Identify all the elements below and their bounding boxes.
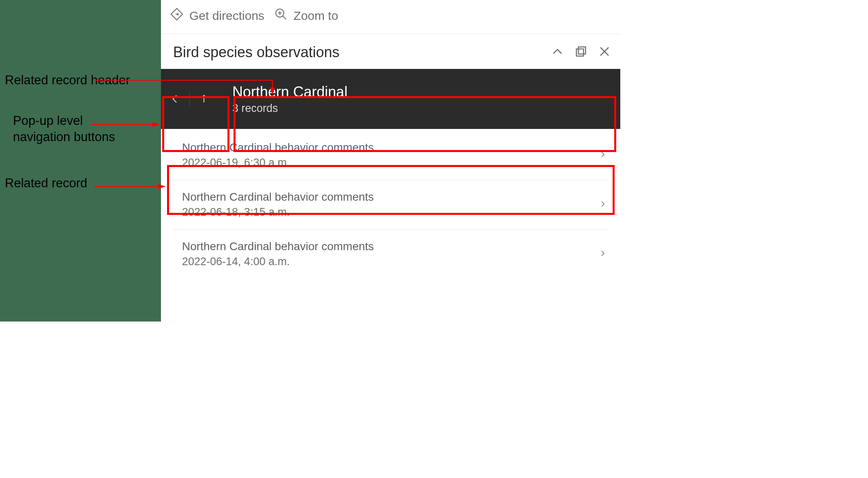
popup-window-controls xyxy=(551,45,611,59)
popup-title-bar: Bird species observations xyxy=(161,34,620,69)
nav-up-button[interactable] xyxy=(189,92,218,106)
map-background xyxy=(0,0,161,322)
related-record-title: Northern Cardinal xyxy=(232,84,347,101)
chevron-right-icon xyxy=(599,149,607,162)
popup-panel: Get directions Zoom to Bird species obse… xyxy=(161,0,620,279)
record-date: 2022-06-18, 3:15 a.m. xyxy=(182,206,374,219)
record-title: Northern Cardinal behavior comments xyxy=(182,191,374,204)
popup-actions: Get directions Zoom to xyxy=(161,0,620,34)
directions-icon xyxy=(170,7,184,24)
popup-level-nav xyxy=(161,69,218,129)
get-directions-label: Get directions xyxy=(189,9,264,23)
svg-rect-5 xyxy=(577,49,584,56)
related-record-item[interactable]: Northern Cardinal behavior comments 2022… xyxy=(161,129,620,180)
zoom-icon xyxy=(274,7,288,24)
dock-icon[interactable] xyxy=(575,45,587,59)
annotation-record: Related record xyxy=(5,175,135,191)
svg-line-1 xyxy=(283,16,286,19)
chevron-right-icon xyxy=(599,198,607,211)
record-date: 2022-06-19, 6:30 a.m. xyxy=(182,156,374,169)
close-icon[interactable] xyxy=(598,45,611,59)
popup-title: Bird species observations xyxy=(173,44,339,61)
record-title: Northern Cardinal behavior comments xyxy=(182,141,374,154)
related-record-header: Northern Cardinal 3 records xyxy=(161,69,620,129)
record-title: Northern Cardinal behavior comments xyxy=(182,240,374,253)
annotation-nav: Pop-up level navigation buttons xyxy=(13,113,135,146)
zoom-to-label: Zoom to xyxy=(294,9,338,23)
collapse-icon[interactable] xyxy=(551,45,564,59)
annotation-header: Related record header xyxy=(5,72,135,88)
record-date: 2022-06-14, 4:00 a.m. xyxy=(182,255,374,268)
related-record-item[interactable]: Northern Cardinal behavior comments 2022… xyxy=(172,180,609,229)
svg-rect-4 xyxy=(579,47,586,54)
zoom-to-button[interactable]: Zoom to xyxy=(274,7,338,24)
chevron-right-icon xyxy=(599,248,607,261)
nav-back-button[interactable] xyxy=(161,92,189,106)
related-record-count: 3 records xyxy=(232,102,347,115)
get-directions-button[interactable]: Get directions xyxy=(170,7,264,24)
related-record-list: Northern Cardinal behavior comments 2022… xyxy=(161,129,620,279)
related-record-item[interactable]: Northern Cardinal behavior comments 2022… xyxy=(172,229,609,279)
